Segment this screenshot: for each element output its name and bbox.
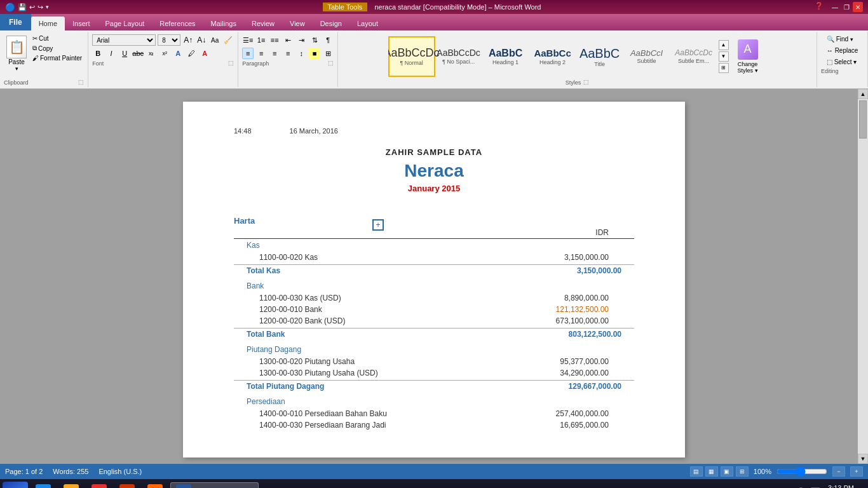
status-bar: Page: 1 of 2 Words: 255 English (U.S.) ▤… [0, 464, 868, 479]
maximize-button[interactable]: ❐ [841, 2, 851, 12]
font-color[interactable]: A [199, 48, 210, 59]
align-right[interactable]: ≡ [269, 48, 280, 59]
font-expand[interactable]: ⬚ [228, 60, 234, 66]
row-bank-2: 1200-00-010 Bank 121,132,500.00 [234, 304, 634, 315]
doc-container[interactable]: + 14:48 16 March, 2016 ZAHIR SAMPLE DATA… [0, 89, 868, 464]
text-effects[interactable]: A [172, 48, 184, 59]
decrease-indent[interactable]: ⇤ [282, 34, 294, 46]
scroll-thumb[interactable] [859, 100, 867, 139]
view-print-layout[interactable]: ▤ [690, 466, 703, 477]
align-left[interactable]: ≡ [242, 48, 254, 59]
find-dropdown[interactable]: ▾ [850, 36, 853, 43]
styles-scroll-up[interactable]: ▲ [719, 40, 729, 50]
font-label: Font [92, 60, 104, 67]
strikethrough-button[interactable]: abc [132, 48, 144, 59]
style-h2-preview: AaBbCc [534, 48, 571, 59]
tab-file[interactable]: File [0, 14, 31, 30]
tab-layout[interactable]: Layout [349, 17, 386, 30]
add-table-icon[interactable]: + [372, 219, 384, 231]
tab-view[interactable]: View [282, 17, 313, 30]
underline-button[interactable]: U [119, 48, 130, 59]
paste-dropdown[interactable]: ▾ [15, 65, 18, 72]
taskbar-word[interactable]: W neraca standar [Co... [170, 482, 259, 488]
show-formatting[interactable]: ¶ [322, 34, 334, 46]
styles-scroll-more[interactable]: ⊞ [719, 63, 729, 73]
font-size-decrease[interactable]: A↓ [196, 34, 207, 46]
bold-button[interactable]: B [92, 48, 104, 59]
minimize-button[interactable]: — [830, 2, 840, 12]
cut-icon: ✂ [32, 35, 37, 42]
quick-access-save[interactable]: 💾 [18, 3, 27, 11]
copy-button[interactable]: ⧉ Copy [31, 44, 84, 53]
replace-button[interactable]: ↔ Replace [824, 46, 861, 55]
tab-insert[interactable]: Insert [65, 17, 98, 30]
tab-review[interactable]: Review [244, 17, 282, 30]
styles-expand[interactable]: ⬚ [583, 79, 589, 85]
tab-references[interactable]: References [152, 17, 203, 30]
taskbar-firefox[interactable]: 🦊 [142, 482, 168, 488]
tab-page-layout[interactable]: Page Layout [98, 17, 153, 30]
start-button[interactable]: ⊞ [3, 482, 28, 488]
style-subtle-em[interactable]: AaBbCcDc Subtle Em... [670, 36, 717, 77]
zoom-out-button[interactable]: − [832, 466, 845, 477]
style-heading2[interactable]: AaBbCc Heading 2 [529, 36, 576, 77]
zoom-in-button[interactable]: + [850, 466, 863, 477]
quick-access-redo[interactable]: ↪ [37, 3, 43, 11]
scroll-down-button[interactable]: ▼ [858, 454, 868, 464]
style-heading1[interactable]: AaBbC Heading 1 [482, 36, 529, 77]
style-title[interactable]: AaBbC Title [576, 36, 623, 77]
font-name-select[interactable]: Arial [92, 34, 156, 46]
taskbar-mediaplayer[interactable]: ▶ [86, 482, 112, 488]
main-area: + 14:48 16 March, 2016 ZAHIR SAMPLE DATA… [0, 89, 868, 464]
tab-design[interactable]: Design [313, 17, 349, 30]
italic-button[interactable]: I [105, 48, 117, 59]
total-piutang-amount: 129,667,000.00 [545, 382, 621, 391]
cut-button[interactable]: ✂ Cut [31, 34, 84, 43]
superscript-button[interactable]: x² [159, 48, 170, 59]
line-spacing[interactable]: ↕ [295, 48, 307, 59]
clipboard-expand[interactable]: ⬚ [78, 79, 84, 85]
style-subtitle[interactable]: AaBbCcI Subtitle [623, 36, 670, 77]
borders[interactable]: ⊞ [322, 48, 334, 59]
subscript-button[interactable]: x₂ [146, 48, 157, 59]
paste-button[interactable]: 📋 Paste ▾ [4, 34, 29, 73]
font-size-increase[interactable]: A↑ [182, 34, 194, 46]
view-web-layout[interactable]: ▣ [721, 466, 733, 477]
tab-home[interactable]: Home [31, 17, 65, 30]
taskbar-zahir[interactable]: Z [114, 482, 140, 488]
tab-mailings[interactable]: Mailings [203, 17, 244, 30]
multilevel-list[interactable]: ≡≡ [269, 34, 280, 46]
styles-scroll-down[interactable]: ▼ [719, 51, 729, 62]
row-persediaan-1: 1400-00-010 Persediaan Bahan Baku 257,40… [234, 408, 634, 419]
font-case-btn[interactable]: Aa [209, 34, 220, 46]
clear-formatting[interactable]: 🧹 [222, 34, 234, 46]
taskbar-ie[interactable]: e [31, 482, 56, 488]
font-size-select[interactable]: 8 [158, 34, 180, 46]
style-normal[interactable]: AaBbCcDc ¶ Normal [388, 36, 435, 77]
quick-access-undo[interactable]: ↩ [29, 3, 35, 11]
para-expand[interactable]: ⬚ [328, 60, 334, 66]
view-full-reading[interactable]: ▦ [705, 466, 718, 477]
taskbar-explorer[interactable]: 📁 [58, 482, 84, 488]
view-outline[interactable]: ⊞ [736, 466, 749, 477]
page-count: Page: 1 of 2 [5, 468, 43, 475]
justify[interactable]: ≡ [282, 48, 294, 59]
increase-indent[interactable]: ⇥ [295, 34, 307, 46]
scroll-up-button[interactable]: ▲ [858, 89, 868, 99]
align-center[interactable]: ≡ [255, 48, 267, 59]
numbering-button[interactable]: 1≡ [255, 34, 267, 46]
zoom-slider[interactable] [776, 466, 827, 477]
select-button[interactable]: ⬚ Select ▾ [824, 57, 861, 67]
close-button[interactable]: ✕ [853, 2, 863, 12]
style-no-spacing[interactable]: AaBbCcDc ¶ No Spaci... [435, 36, 482, 77]
sort-button[interactable]: ⇅ [309, 34, 320, 46]
text-highlight[interactable]: 🖊 [186, 48, 197, 59]
find-button[interactable]: 🔍 Find ▾ [824, 34, 861, 44]
vertical-scrollbar[interactable]: ▲ ▼ [858, 89, 868, 464]
format-painter-button[interactable]: 🖌 Format Painter [31, 54, 84, 62]
help-icon[interactable]: ❓ [815, 2, 824, 12]
taskbar-right: ENG ▲ 🔊 📶 3:13 PM 3/16/2016 [763, 484, 865, 488]
bullets-button[interactable]: ☰≡ [242, 34, 254, 46]
shading[interactable]: ■ [309, 48, 320, 59]
change-styles-button[interactable]: A ChangeStyles ▾ [729, 37, 767, 76]
